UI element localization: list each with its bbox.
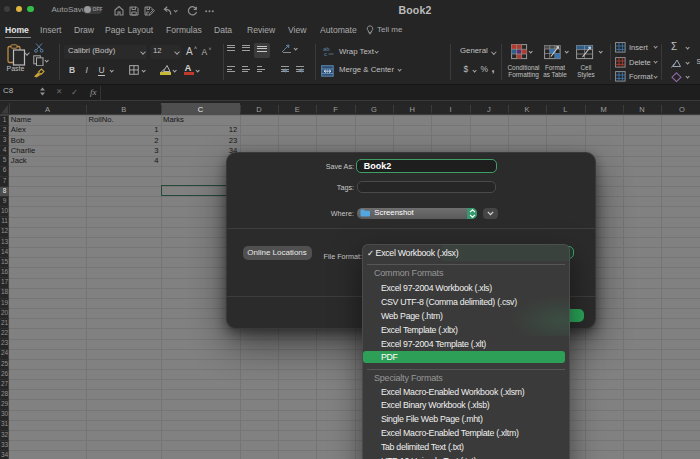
svg-text:c: c: [324, 51, 327, 56]
